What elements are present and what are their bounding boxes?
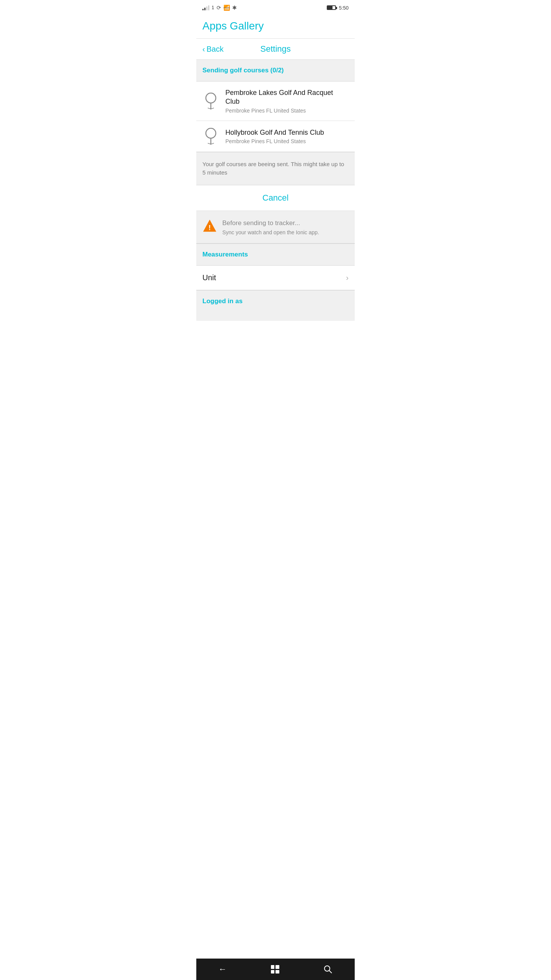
course-location-1: Pembroke Pines FL United States	[225, 108, 349, 114]
cancel-button[interactable]: Cancel	[262, 193, 289, 203]
measurements-title: Measurements	[202, 251, 248, 258]
logged-in-section: Logged in as	[196, 290, 355, 321]
warning-subtitle: Sync your watch and open the Ionic app.	[222, 229, 349, 235]
bluetooth-icon: ✱	[232, 5, 237, 11]
course-location-2: Pembroke Pines FL United States	[225, 138, 349, 144]
page-title: Settings	[260, 44, 291, 54]
back-chevron-icon: ‹	[202, 45, 205, 54]
clock: 5:50	[339, 5, 349, 11]
app-title: Apps Gallery	[202, 20, 349, 32]
app-title-bar: Apps Gallery	[196, 15, 355, 38]
sync-icon: ⟳	[217, 5, 221, 11]
wifi-icon: 📶	[223, 5, 230, 11]
svg-point-1	[206, 128, 216, 138]
info-message-section: Your golf courses are beeing sent. This …	[196, 152, 355, 185]
battery-icon	[327, 5, 336, 10]
signal-icon	[202, 5, 209, 10]
back-label: Back	[207, 45, 223, 54]
nav-bar: ‹ Back Settings	[196, 38, 355, 60]
warning-icon: !	[202, 219, 217, 233]
warning-section: ! Before sending to tracker... Sync your…	[196, 211, 355, 243]
golf-header-text: Sending golf courses (0/2)	[202, 67, 284, 74]
unit-label: Unit	[202, 273, 216, 282]
course-info-1: Pembroke Lakes Golf And Racquet Club Pem…	[225, 88, 349, 114]
svg-point-0	[206, 93, 216, 103]
course-item-1[interactable]: Pembroke Lakes Golf And Racquet Club Pem…	[196, 82, 355, 121]
cancel-row: Cancel	[196, 185, 355, 211]
warning-content: Before sending to tracker... Sync your w…	[222, 219, 349, 235]
chevron-right-icon: ›	[346, 273, 349, 282]
logged-in-text: Logged in as	[202, 297, 243, 305]
status-bar: 1 ⟳ 📶 ✱ 5:50	[196, 0, 355, 15]
course-name-2: Hollybrook Golf And Tennis Club	[225, 128, 349, 137]
status-right: 5:50	[327, 5, 349, 11]
course-name-1: Pembroke Lakes Golf And Racquet Club	[225, 88, 349, 106]
info-message-text: Your golf courses are beeing sent. This …	[202, 160, 349, 177]
status-left: 1 ⟳ 📶 ✱	[202, 5, 237, 11]
warning-title: Before sending to tracker...	[222, 219, 349, 228]
svg-text:!: !	[209, 224, 211, 232]
unit-row[interactable]: Unit ›	[196, 266, 355, 290]
course-info-2: Hollybrook Golf And Tennis Club Pembroke…	[225, 128, 349, 144]
location-pin-icon-2	[202, 128, 219, 145]
back-button[interactable]: ‹ Back	[202, 45, 223, 54]
golf-section-header: Sending golf courses (0/2)	[196, 60, 355, 82]
signal-number: 1	[212, 5, 214, 10]
measurements-header: Measurements	[196, 243, 355, 266]
location-pin-icon-1	[202, 93, 219, 109]
course-item-2[interactable]: Hollybrook Golf And Tennis Club Pembroke…	[196, 121, 355, 152]
